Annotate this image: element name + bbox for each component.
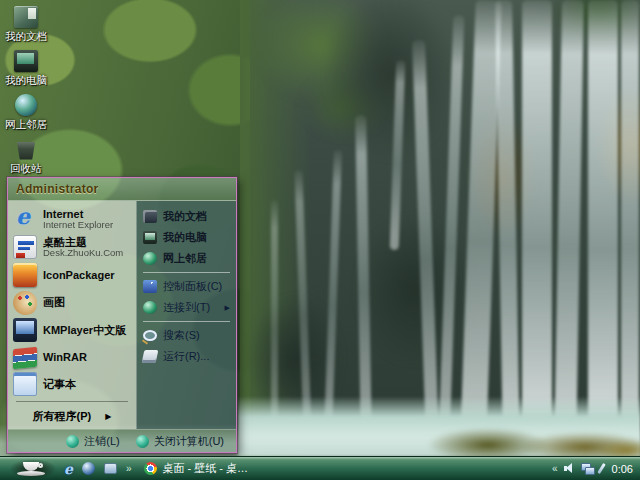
my-documents-icon <box>143 210 157 223</box>
menu-item-label: WinRAR <box>43 351 87 363</box>
start-button[interactable] <box>0 457 62 480</box>
divider <box>143 272 230 273</box>
taskbar-clock[interactable]: 0:06 <box>612 463 633 475</box>
start-menu-item-zhuoku-theme[interactable]: 桌酷主题 Desk.ZhuoKu.Com <box>10 233 134 261</box>
divider <box>16 401 128 402</box>
connect-to-icon <box>143 301 157 314</box>
iconpackager-icon <box>13 263 37 287</box>
wallpaper-rock <box>325 0 455 160</box>
start-menu-item-notepad[interactable]: 记事本 <box>10 370 134 398</box>
wallpaper-waterfall-stream <box>588 0 618 454</box>
start-menu: Administrator Internet Internet Explorer… <box>7 177 237 453</box>
desktop-icon-label: 我的电脑 <box>5 74 47 88</box>
desktop-icon-network-places[interactable]: 网上邻居 <box>2 93 50 132</box>
start-menu-body: Internet Internet Explorer 桌酷主题 Desk.Zhu… <box>8 201 236 429</box>
chevron-right-icon: ▶ <box>225 304 230 312</box>
notepad-icon <box>13 372 37 396</box>
menu-item-label: Internet <box>43 208 113 220</box>
menu-item-label: 网上邻居 <box>163 251 207 266</box>
menu-item-label: 我的电脑 <box>163 230 207 245</box>
tray-chevron-icon[interactable]: « <box>552 464 558 474</box>
turn-off-computer-button[interactable]: 关闭计算机(U) <box>136 434 224 449</box>
menu-item-label: 连接到(T) <box>163 300 210 315</box>
menu-item-label: 搜索(S) <box>163 328 200 343</box>
start-menu-item-run[interactable]: 运行(R)... <box>139 346 234 367</box>
taskbar: e » 桌面 - 壁纸 - 桌酷... « 0:06 <box>0 456 640 480</box>
zhuoku-theme-icon <box>13 235 37 259</box>
media-player-icon[interactable] <box>82 462 95 475</box>
wallpaper-rock <box>355 215 475 365</box>
desktop-icon-label: 回收站 <box>10 162 42 176</box>
divider <box>143 321 230 322</box>
menu-item-label: 桌酷主题 <box>43 236 123 248</box>
search-icon <box>143 330 157 341</box>
kmplayer-icon <box>13 318 37 342</box>
start-menu-item-my-computer[interactable]: 我的电脑 <box>139 227 234 248</box>
menu-item-label: KMPlayer中文版 <box>43 323 126 338</box>
menu-item-label: 运行(R)... <box>163 349 209 364</box>
log-off-button[interactable]: 注销(L) <box>66 434 119 449</box>
start-menu-places-column: 我的文档 我的电脑 网上邻居 控制面板(C) 连接到(T) <box>136 201 236 429</box>
start-menu-item-kmplayer[interactable]: KMPlayer中文版 <box>10 317 134 345</box>
taskbar-task-button[interactable]: 桌面 - 壁纸 - 桌酷... <box>140 459 258 479</box>
start-menu-item-paint[interactable]: 画图 <box>10 289 134 317</box>
coffee-cup-handle-icon <box>38 463 43 468</box>
show-desktop-icon[interactable] <box>104 463 117 474</box>
start-menu-item-connect-to[interactable]: 连接到(T) ▶ <box>139 297 234 318</box>
desktop-icon-label: 我的文档 <box>5 30 47 44</box>
all-programs-button[interactable]: 所有程序(P) ▶ <box>10 405 134 427</box>
system-tray: « 0:06 <box>552 463 640 475</box>
chevron-right-icon: ▶ <box>105 412 111 421</box>
network-status-icon[interactable] <box>581 463 594 474</box>
log-off-icon <box>66 435 79 448</box>
menu-item-sublabel: Desk.ZhuoKu.Com <box>43 248 123 258</box>
turn-off-label: 关闭计算机(U) <box>154 434 224 449</box>
desktop-icon-my-computer[interactable]: 我的电脑 <box>2 50 50 88</box>
start-menu-item-winrar[interactable]: WinRAR <box>10 344 134 370</box>
menu-item-label: 记事本 <box>43 377 76 392</box>
start-menu-item-search[interactable]: 搜索(S) <box>139 325 234 346</box>
start-menu-item-iconpackager[interactable]: IconPackager <box>10 261 134 289</box>
menu-item-label: 我的文档 <box>163 209 207 224</box>
desktop-icon-recycle-bin[interactable]: 回收站 <box>2 138 50 176</box>
network-places-icon <box>15 94 37 116</box>
run-icon <box>142 350 159 363</box>
wallpaper-waterfall-stream <box>621 0 639 452</box>
internet-explorer-icon <box>13 207 37 231</box>
network-places-icon <box>143 252 157 265</box>
menu-item-label: 画图 <box>43 295 65 310</box>
turn-off-icon <box>136 435 149 448</box>
quick-launch-chevron-icon[interactable]: » <box>126 464 132 474</box>
desktop-icon-label: 网上邻居 <box>5 118 47 132</box>
start-menu-pinned-column: Internet Internet Explorer 桌酷主题 Desk.Zhu… <box>8 201 136 429</box>
winrar-icon <box>13 347 37 370</box>
log-off-label: 注销(L) <box>84 434 119 449</box>
task-button-label: 桌面 - 壁纸 - 桌酷... <box>162 461 250 476</box>
control-panel-icon <box>143 280 157 293</box>
all-programs-label: 所有程序(P) <box>33 409 92 424</box>
start-menu-header: Administrator <box>8 178 236 201</box>
desktop-icon-my-documents[interactable]: 我的文档 <box>2 6 50 44</box>
internet-explorer-icon[interactable]: e <box>64 462 73 476</box>
wallpaper-waterfall-stream <box>522 0 552 450</box>
paint-icon <box>13 291 37 315</box>
menu-item-label: IconPackager <box>43 269 115 281</box>
my-documents-icon <box>14 6 38 28</box>
start-menu-item-my-documents[interactable]: 我的文档 <box>139 206 234 227</box>
my-computer-icon <box>14 50 38 72</box>
quick-launch-bar: e » <box>64 462 131 476</box>
chrome-icon <box>144 462 157 475</box>
volume-icon[interactable] <box>564 463 575 474</box>
start-menu-item-network-places[interactable]: 网上邻居 <box>139 248 234 269</box>
coffee-saucer-icon <box>17 471 45 476</box>
start-menu-footer: 注销(L) 关闭计算机(U) <box>8 429 236 452</box>
start-menu-item-control-panel[interactable]: 控制面板(C) <box>139 276 234 297</box>
start-menu-item-internet[interactable]: Internet Internet Explorer <box>10 205 134 233</box>
recycle-bin-icon <box>14 138 38 160</box>
menu-item-sublabel: Internet Explorer <box>43 220 113 230</box>
my-computer-icon <box>143 231 157 244</box>
menu-item-label: 控制面板(C) <box>163 279 222 294</box>
input-method-icon[interactable] <box>597 463 605 474</box>
current-user-name: Administrator <box>16 182 99 196</box>
desktop: 我的文档 我的电脑 网上邻居 回收站 Administrator Interne… <box>0 0 640 480</box>
